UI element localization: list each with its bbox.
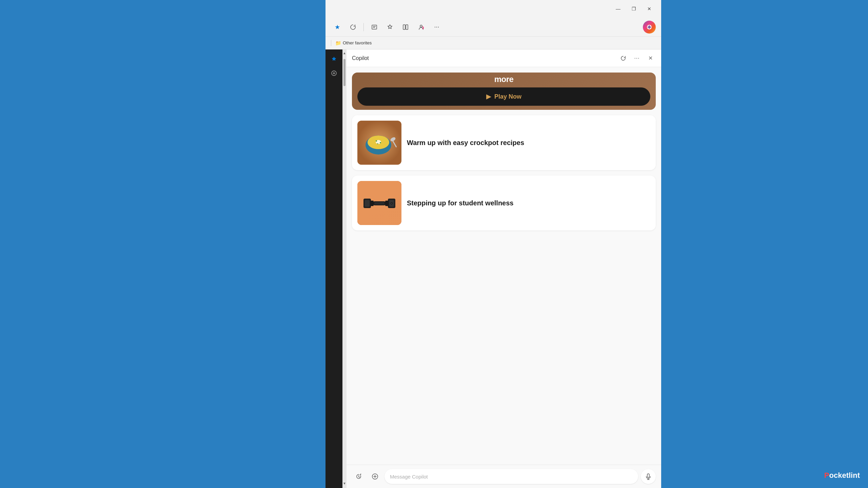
svg-rect-0 — [372, 25, 377, 29]
scroll-down-button[interactable]: ▼ — [343, 480, 346, 487]
sidebar-favorites-button[interactable] — [327, 52, 341, 66]
svg-rect-27 — [374, 202, 384, 205]
svg-point-15 — [377, 143, 378, 144]
copilot-more-button[interactable]: ⋯ — [631, 53, 642, 64]
favorites-toolbar-button[interactable]: ★ — [331, 21, 344, 34]
crockpot-card[interactable]: Warm up with easy crockpot recipes — [352, 115, 656, 170]
scroll-thumb — [343, 59, 346, 86]
reader-toolbar-button[interactable] — [368, 21, 381, 34]
more-toolbar-button[interactable]: ··· — [430, 21, 443, 34]
svg-point-5 — [420, 25, 422, 27]
favorites-bar: 📁 Other favorites — [326, 37, 661, 49]
svg-rect-4 — [406, 25, 408, 29]
split-toolbar-button[interactable] — [399, 21, 412, 34]
wellness-card-title: Stepping up for student wellness — [407, 199, 513, 207]
refresh-toolbar-button[interactable] — [347, 21, 359, 34]
scroll-track-left: ▲ ▼ — [342, 49, 347, 488]
browser-window: — ❐ ✕ ★ — [326, 0, 661, 488]
svg-rect-33 — [647, 474, 649, 477]
history-button[interactable] — [352, 470, 366, 483]
play-icon: ▶ — [486, 93, 491, 100]
other-favorites-item[interactable]: 📁 Other favorites — [334, 40, 373, 46]
window-controls: — ❐ ✕ — [610, 3, 657, 14]
copilot-close-button[interactable]: ✕ — [645, 53, 656, 64]
pocketlint-p: P — [824, 471, 829, 480]
maximize-button[interactable]: ❐ — [626, 3, 642, 14]
fav-divider — [331, 40, 331, 46]
svg-point-29 — [391, 203, 392, 204]
svg-point-13 — [376, 140, 377, 142]
play-now-label: Play Now — [494, 93, 521, 100]
close-icon: ✕ — [648, 55, 653, 61]
partial-card-title: more — [357, 75, 650, 84]
left-sidebar — [326, 49, 342, 488]
collections-toolbar-button[interactable] — [383, 21, 396, 34]
pocketlint-text: ocketlint — [829, 471, 860, 480]
crockpot-image — [357, 121, 401, 165]
toolbar-divider — [363, 23, 364, 31]
svg-point-14 — [380, 142, 381, 143]
message-input[interactable] — [384, 469, 638, 484]
copilot-toolbar-button[interactable] — [643, 21, 656, 34]
family-toolbar-button[interactable] — [415, 21, 428, 34]
copilot-title: Copilot — [352, 55, 615, 61]
message-bar — [347, 465, 661, 488]
other-favorites-label: Other favorites — [343, 40, 372, 45]
wellness-image — [357, 181, 401, 225]
close-button[interactable]: ✕ — [642, 3, 657, 14]
svg-rect-25 — [385, 201, 389, 206]
more-dots-icon: ⋯ — [634, 55, 639, 61]
minimize-button[interactable]: — — [610, 3, 626, 14]
toolbar: ★ — [326, 18, 661, 37]
copilot-scroll-area[interactable]: more ▶ Play Now — [347, 67, 661, 465]
svg-rect-21 — [365, 200, 370, 207]
play-now-card[interactable]: more ▶ Play Now — [352, 73, 656, 110]
add-button[interactable] — [368, 470, 382, 483]
folder-icon: 📁 — [335, 40, 341, 46]
svg-rect-24 — [370, 201, 374, 206]
wellness-card[interactable]: Stepping up for student wellness — [352, 176, 656, 230]
crockpot-card-title: Warm up with easy crockpot recipes — [407, 138, 524, 147]
svg-rect-3 — [403, 25, 405, 29]
copilot-refresh-button[interactable] — [618, 53, 629, 64]
sidebar-nav-btn-1[interactable] — [327, 66, 341, 80]
play-now-button[interactable]: ▶ Play Now — [357, 87, 650, 106]
main-area: ▲ ▼ Copilot ⋯ ✕ — [326, 49, 661, 488]
scroll-up-button[interactable]: ▲ — [343, 49, 346, 56]
copilot-panel: Copilot ⋯ ✕ more — [347, 49, 661, 488]
pocketlint-watermark: Pocketlint — [824, 471, 860, 480]
title-bar: — ❐ ✕ — [326, 0, 661, 18]
copilot-header: Copilot ⋯ ✕ — [347, 49, 661, 67]
mic-button[interactable] — [641, 469, 656, 484]
